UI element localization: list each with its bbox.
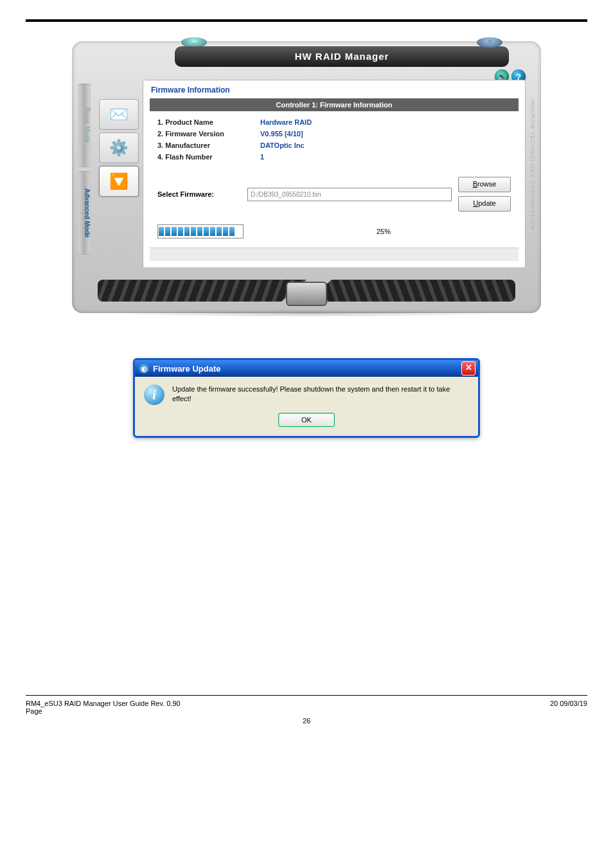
footer-page-label: Page [26, 707, 587, 715]
info-icon: i [144, 384, 164, 405]
page-footer: RM4_eSU3 RAID Manager User Guide Rev. 0.… [26, 695, 587, 744]
main-panel: Firmware Information Controller 1: Firmw… [143, 80, 526, 268]
nav-settings-icon[interactable]: ⚙️ [99, 132, 139, 163]
app-window: – HW RAID Manager ✕ 🔊 ? Basic Mode Advan… [72, 41, 541, 313]
dialog-titlebar: ◐ Firmware Update ✕ [135, 360, 478, 377]
firmware-update-dialog: ◐ Firmware Update ✕ i Update the firmwar… [133, 358, 480, 438]
section-title: Firmware Information [150, 84, 519, 98]
info-value: Hardware RAID [260, 118, 312, 126]
window-title: HW RAID Manager [175, 46, 509, 67]
progress-bar [157, 224, 244, 239]
dialog-message: Update the firmware successfully! Please… [172, 384, 469, 405]
info-label: 2. Firmware Version [157, 130, 260, 138]
progress-row: 25% [157, 224, 511, 239]
vendor-rail: JMICRON TECHNOLOGY CORPORATION [527, 81, 538, 248]
footer-page-num: 26 [26, 715, 587, 725]
firmware-path-input[interactable] [247, 188, 452, 201]
controller-header: Controller 1: Firmware Information [150, 98, 519, 111]
info-row: 3. Manufacturer DATOptic Inc [157, 140, 511, 151]
bottom-decoration [72, 275, 541, 313]
nav-column: ✉️ ⚙️ 🔽 [99, 80, 138, 268]
footer-date: 20 09/03/19 [510, 700, 587, 707]
dialog-title-text: Firmware Update [153, 364, 220, 374]
ok-button[interactable]: OK [278, 413, 335, 427]
dialog-app-icon: ◐ [139, 363, 149, 374]
nav-email-icon[interactable]: ✉️ [99, 99, 139, 130]
info-row: 2. Firmware Version V0.955 [4/10] [157, 128, 511, 140]
page-rule [26, 19, 587, 22]
info-row: 4. Flash Number 1 [157, 151, 511, 163]
select-firmware-label: Select Firmware: [157, 190, 241, 198]
info-grid: 1. Product Name Hardware RAID 2. Firmwar… [150, 111, 519, 170]
mode-rail: Basic Mode Advanced Mode [75, 80, 94, 268]
vendor-text: JMICRON TECHNOLOGY CORPORATION [529, 98, 536, 230]
progress-percent: 25% [256, 228, 511, 235]
dialog-close-button[interactable]: ✕ [461, 361, 475, 375]
info-value: DATOptic Inc [260, 141, 305, 149]
update-button[interactable]: Update [458, 196, 511, 212]
close-button[interactable]: ✕ [477, 37, 502, 48]
browse-button[interactable]: Browse [458, 177, 511, 192]
info-value: 1 [260, 153, 264, 161]
nav-firmware-icon[interactable]: 🔽 [99, 166, 139, 197]
info-label: 4. Flash Number [157, 153, 260, 161]
center-knob [286, 282, 327, 306]
event-log-bar [150, 248, 519, 261]
titlebar: – HW RAID Manager ✕ 🔊 ? [72, 41, 541, 73]
info-row: 1. Product Name Hardware RAID [157, 116, 511, 128]
info-value: V0.955 [4/10] [260, 130, 303, 138]
advanced-mode-tab[interactable]: Advanced Mode [78, 171, 91, 255]
basic-mode-tab[interactable]: Basic Mode [78, 84, 91, 167]
info-label: 3. Manufacturer [157, 141, 260, 149]
info-label: 1. Product Name [157, 118, 260, 126]
footer-doc-title: RM4_eSU3 RAID Manager User Guide Rev. 0.… [26, 700, 510, 707]
